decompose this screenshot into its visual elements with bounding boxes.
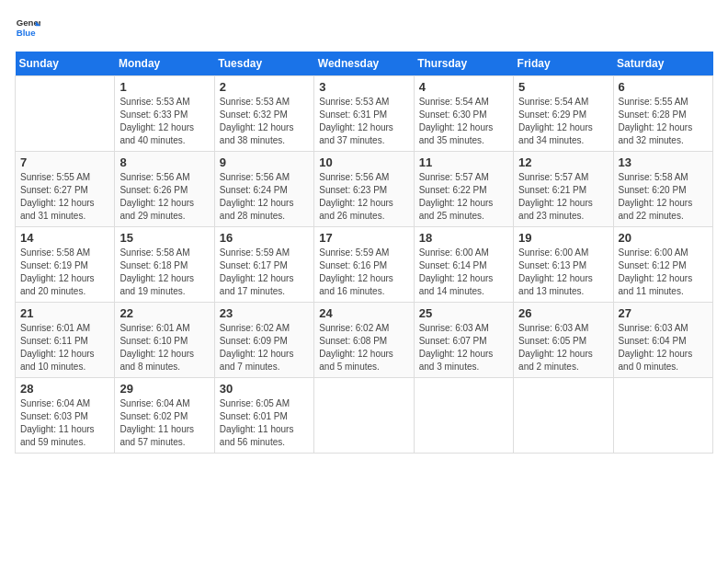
col-header-saturday: Saturday [613, 52, 712, 76]
day-info: Sunrise: 6:01 AMSunset: 6:11 PMDaylight:… [20, 322, 109, 373]
day-number: 5 [518, 80, 608, 94]
day-cell: 8Sunrise: 5:56 AMSunset: 6:26 PMDaylight… [115, 152, 214, 227]
day-cell: 5Sunrise: 5:54 AMSunset: 6:29 PMDaylight… [514, 76, 613, 152]
svg-text:Blue: Blue [17, 28, 36, 38]
day-info: Sunrise: 6:03 AMSunset: 6:05 PMDaylight:… [518, 322, 608, 373]
day-cell: 11Sunrise: 5:57 AMSunset: 6:22 PMDayligh… [414, 152, 513, 227]
day-cell: 21Sunrise: 6:01 AMSunset: 6:11 PMDayligh… [16, 303, 115, 378]
day-cell: 14Sunrise: 5:58 AMSunset: 6:19 PMDayligh… [16, 227, 115, 303]
day-number: 20 [619, 231, 708, 245]
day-info: Sunrise: 6:02 AMSunset: 6:08 PMDaylight:… [319, 322, 408, 373]
col-header-thursday: Thursday [414, 52, 513, 76]
day-info: Sunrise: 6:02 AMSunset: 6:09 PMDaylight:… [220, 322, 309, 373]
day-info: Sunrise: 6:03 AMSunset: 6:04 PMDaylight:… [619, 322, 708, 373]
day-cell: 7Sunrise: 5:55 AMSunset: 6:27 PMDaylight… [16, 152, 115, 227]
day-number: 18 [419, 231, 508, 245]
day-info: Sunrise: 5:57 AMSunset: 6:22 PMDaylight:… [419, 171, 508, 223]
day-cell: 16Sunrise: 5:59 AMSunset: 6:17 PMDayligh… [214, 227, 313, 303]
day-number: 23 [220, 306, 309, 320]
day-cell: 20Sunrise: 6:00 AMSunset: 6:12 PMDayligh… [613, 227, 712, 303]
day-cell: 19Sunrise: 6:00 AMSunset: 6:13 PMDayligh… [514, 227, 613, 303]
day-info: Sunrise: 5:59 AMSunset: 6:16 PMDaylight:… [319, 247, 408, 298]
day-info: Sunrise: 6:00 AMSunset: 6:14 PMDaylight:… [419, 247, 508, 298]
day-number: 6 [619, 80, 708, 94]
day-cell [613, 378, 712, 454]
day-number: 8 [119, 155, 209, 169]
day-cell: 26Sunrise: 6:03 AMSunset: 6:05 PMDayligh… [514, 303, 613, 378]
day-cell: 2Sunrise: 5:53 AMSunset: 6:32 PMDaylight… [214, 76, 313, 152]
day-info: Sunrise: 6:04 AMSunset: 6:02 PMDaylight:… [119, 397, 209, 449]
day-number: 16 [220, 231, 309, 245]
logo-icon: General Blue [15, 15, 40, 40]
day-number: 11 [419, 155, 508, 169]
day-number: 19 [518, 231, 608, 245]
day-cell: 22Sunrise: 6:01 AMSunset: 6:10 PMDayligh… [115, 303, 214, 378]
day-cell: 12Sunrise: 5:57 AMSunset: 6:21 PMDayligh… [514, 152, 613, 227]
day-info: Sunrise: 5:56 AMSunset: 6:26 PMDaylight:… [119, 171, 209, 223]
day-info: Sunrise: 5:58 AMSunset: 6:18 PMDaylight:… [119, 247, 209, 298]
day-number: 12 [518, 155, 608, 169]
day-cell: 28Sunrise: 6:04 AMSunset: 6:03 PMDayligh… [16, 378, 115, 454]
day-cell: 1Sunrise: 5:53 AMSunset: 6:33 PMDaylight… [115, 76, 214, 152]
week-row-1: 1Sunrise: 5:53 AMSunset: 6:33 PMDaylight… [16, 76, 713, 152]
calendar-header: SundayMondayTuesdayWednesdayThursdayFrid… [16, 52, 713, 76]
day-number: 7 [20, 155, 109, 169]
day-cell: 15Sunrise: 5:58 AMSunset: 6:18 PMDayligh… [115, 227, 214, 303]
day-info: Sunrise: 5:54 AMSunset: 6:30 PMDaylight:… [419, 96, 508, 147]
col-header-sunday: Sunday [16, 52, 115, 76]
day-cell: 24Sunrise: 6:02 AMSunset: 6:08 PMDayligh… [314, 303, 414, 378]
day-cell: 10Sunrise: 5:56 AMSunset: 6:23 PMDayligh… [314, 152, 414, 227]
day-cell: 29Sunrise: 6:04 AMSunset: 6:02 PMDayligh… [115, 378, 214, 454]
day-info: Sunrise: 5:53 AMSunset: 6:31 PMDaylight:… [319, 96, 408, 147]
day-cell [414, 378, 513, 454]
day-info: Sunrise: 5:56 AMSunset: 6:23 PMDaylight:… [319, 171, 408, 223]
day-number: 15 [119, 231, 209, 245]
week-row-3: 14Sunrise: 5:58 AMSunset: 6:19 PMDayligh… [16, 227, 713, 303]
day-cell: 27Sunrise: 6:03 AMSunset: 6:04 PMDayligh… [613, 303, 712, 378]
day-number: 17 [319, 231, 408, 245]
day-number: 1 [119, 80, 209, 94]
week-row-5: 28Sunrise: 6:04 AMSunset: 6:03 PMDayligh… [16, 378, 713, 454]
day-number: 30 [220, 382, 309, 396]
day-cell: 30Sunrise: 6:05 AMSunset: 6:01 PMDayligh… [214, 378, 313, 454]
calendar-table: SundayMondayTuesdayWednesdayThursdayFrid… [15, 52, 713, 454]
col-header-friday: Friday [514, 52, 613, 76]
day-info: Sunrise: 5:55 AMSunset: 6:28 PMDaylight:… [619, 96, 708, 147]
day-cell: 25Sunrise: 6:03 AMSunset: 6:07 PMDayligh… [414, 303, 513, 378]
day-info: Sunrise: 5:57 AMSunset: 6:21 PMDaylight:… [518, 171, 608, 223]
day-info: Sunrise: 5:58 AMSunset: 6:19 PMDaylight:… [20, 247, 109, 298]
week-row-4: 21Sunrise: 6:01 AMSunset: 6:11 PMDayligh… [16, 303, 713, 378]
day-info: Sunrise: 6:03 AMSunset: 6:07 PMDaylight:… [419, 322, 508, 373]
day-number: 21 [20, 306, 109, 320]
logo: General Blue [15, 15, 40, 40]
day-info: Sunrise: 6:04 AMSunset: 6:03 PMDaylight:… [20, 397, 109, 449]
day-info: Sunrise: 5:58 AMSunset: 6:20 PMDaylight:… [619, 171, 708, 223]
day-info: Sunrise: 5:56 AMSunset: 6:24 PMDaylight:… [220, 171, 309, 223]
day-info: Sunrise: 6:00 AMSunset: 6:12 PMDaylight:… [619, 247, 708, 298]
day-number: 9 [220, 155, 309, 169]
day-info: Sunrise: 5:59 AMSunset: 6:17 PMDaylight:… [220, 247, 309, 298]
day-cell: 3Sunrise: 5:53 AMSunset: 6:31 PMDaylight… [314, 76, 414, 152]
day-cell: 6Sunrise: 5:55 AMSunset: 6:28 PMDaylight… [613, 76, 712, 152]
day-info: Sunrise: 5:54 AMSunset: 6:29 PMDaylight:… [518, 96, 608, 147]
day-number: 24 [319, 306, 408, 320]
day-number: 26 [518, 306, 608, 320]
day-cell [16, 76, 115, 152]
day-number: 22 [119, 306, 209, 320]
col-header-monday: Monday [115, 52, 214, 76]
page-header: General Blue [15, 15, 713, 40]
day-cell: 9Sunrise: 5:56 AMSunset: 6:24 PMDaylight… [214, 152, 313, 227]
col-header-tuesday: Tuesday [214, 52, 313, 76]
day-number: 14 [20, 231, 109, 245]
day-number: 29 [119, 382, 209, 396]
day-number: 25 [419, 306, 508, 320]
day-number: 27 [619, 306, 708, 320]
day-info: Sunrise: 6:00 AMSunset: 6:13 PMDaylight:… [518, 247, 608, 298]
day-number: 13 [619, 155, 708, 169]
day-cell: 17Sunrise: 5:59 AMSunset: 6:16 PMDayligh… [314, 227, 414, 303]
day-number: 4 [419, 80, 508, 94]
day-cell: 4Sunrise: 5:54 AMSunset: 6:30 PMDaylight… [414, 76, 513, 152]
day-info: Sunrise: 5:53 AMSunset: 6:33 PMDaylight:… [119, 96, 209, 147]
day-number: 3 [319, 80, 408, 94]
day-cell [514, 378, 613, 454]
